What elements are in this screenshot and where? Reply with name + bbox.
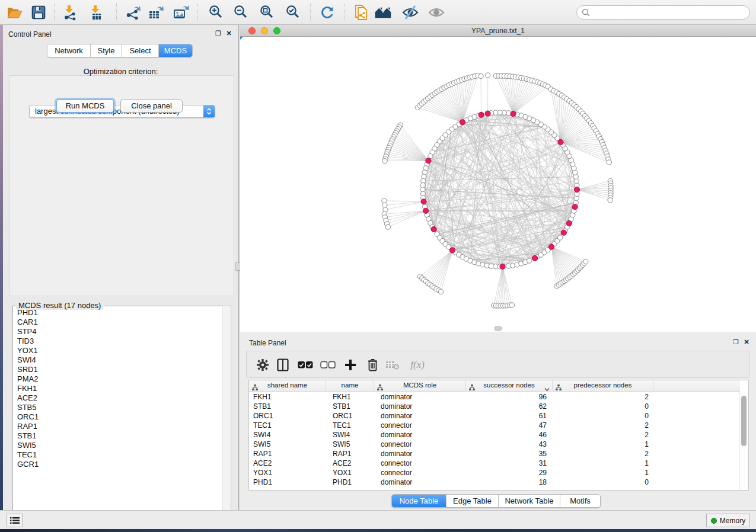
table-row[interactable]: STB1STB1dominator620 xyxy=(249,402,740,411)
show-selected-icon[interactable] xyxy=(428,4,445,21)
export-network-icon[interactable] xyxy=(125,4,142,21)
table-row[interactable]: SWI4SWI4dominator462 xyxy=(249,430,740,440)
network-node[interactable] xyxy=(509,303,514,307)
zoom-in-icon[interactable] xyxy=(207,4,225,21)
tab-network-table[interactable]: Network Table xyxy=(499,495,560,507)
mcds-result-item[interactable]: SRD1 xyxy=(14,365,222,374)
zoom-selected-icon[interactable] xyxy=(284,4,302,21)
open-session-icon[interactable] xyxy=(353,4,371,21)
mcds-result-item[interactable]: SWI4 xyxy=(14,355,222,365)
save-session-icon[interactable] xyxy=(30,4,47,21)
network-node[interactable] xyxy=(608,198,613,203)
mcds-result-item[interactable]: TID3 xyxy=(14,336,222,346)
mcds-result-item[interactable]: STP4 xyxy=(14,327,222,336)
network-node[interactable] xyxy=(385,225,390,229)
mcds-result-item[interactable]: ORC1 xyxy=(14,412,222,422)
show-columns-icon[interactable] xyxy=(274,357,292,373)
delete-column-icon[interactable] xyxy=(363,357,381,373)
mcds-result-item[interactable]: CAR1 xyxy=(14,318,222,327)
mcds-result-item[interactable]: SWI5 xyxy=(14,441,222,450)
unselect-all-icon[interactable] xyxy=(319,357,337,373)
close-panel-icon[interactable]: ✕ xyxy=(742,338,751,346)
network-hub-node[interactable] xyxy=(574,187,579,192)
mcds-list-scrollbar[interactable] xyxy=(222,307,230,520)
table-row[interactable]: PHD1PHD1dominator180 xyxy=(249,477,740,487)
task-history-button[interactable] xyxy=(7,514,23,527)
hide-selected-icon[interactable] xyxy=(401,4,419,21)
table-scrollbar[interactable] xyxy=(739,392,748,489)
network-hub-node[interactable] xyxy=(532,255,537,261)
tab-mcds[interactable]: MCDS xyxy=(159,44,192,57)
table-row[interactable]: FKH1FKH1dominator962 xyxy=(249,392,740,402)
export-table-icon[interactable] xyxy=(147,4,165,21)
network-hub-node[interactable] xyxy=(479,112,484,117)
tab-style[interactable]: Style xyxy=(91,44,122,57)
network-hub-node[interactable] xyxy=(548,244,554,249)
network-hub-node[interactable] xyxy=(423,208,428,213)
select-all-icon[interactable] xyxy=(296,357,314,373)
tab-network[interactable]: Network xyxy=(47,44,91,57)
float-panel-icon[interactable]: ❐ xyxy=(214,29,222,37)
network-node[interactable] xyxy=(382,203,387,207)
network-node[interactable] xyxy=(438,289,443,294)
network-node[interactable] xyxy=(527,258,532,263)
network-hub-node[interactable] xyxy=(558,139,563,145)
network-hub-node[interactable] xyxy=(460,120,465,125)
table-row[interactable]: ORC1ORC1dominator610 xyxy=(249,411,740,421)
table-row[interactable]: SWI5SWI5connector431 xyxy=(249,440,740,449)
network-hub-node[interactable] xyxy=(431,226,436,232)
mcds-result-item[interactable]: YOX1 xyxy=(14,346,222,355)
mcds-result-list[interactable]: PHD1CAR1STP4TID3YOX1SWI4SRD1PMA2FKH1ACE2… xyxy=(14,308,222,520)
mcds-result-item[interactable]: PHD1 xyxy=(14,308,222,318)
export-image-icon[interactable] xyxy=(172,4,190,21)
network-node[interactable] xyxy=(486,73,490,78)
column-header-MCDS-role[interactable]: MCDS role xyxy=(374,380,466,392)
mcds-result-item[interactable]: RAP1 xyxy=(14,422,222,431)
mcds-result-item[interactable]: GCR1 xyxy=(14,460,222,469)
network-node[interactable] xyxy=(382,158,387,163)
network-window-titlebar[interactable]: YPA_prune.txt_1 xyxy=(240,25,756,37)
network-node[interactable] xyxy=(479,73,483,78)
network-view-canvas[interactable] xyxy=(240,37,756,332)
mcds-result-item[interactable]: STB1 xyxy=(14,431,222,441)
zoom-out-icon[interactable] xyxy=(232,4,250,21)
network-hub-node[interactable] xyxy=(485,111,490,116)
column-header-predecessor-nodes[interactable]: predecessor nodes xyxy=(553,380,653,392)
table-row[interactable]: ACE2ACE2connector311 xyxy=(249,459,740,468)
network-hub-node[interactable] xyxy=(449,248,455,253)
refresh-icon[interactable] xyxy=(318,4,336,21)
column-header-shared-name[interactable]: shared name xyxy=(249,380,326,392)
column-header-successor-nodes[interactable]: successor nodes xyxy=(466,380,553,392)
column-header-name[interactable]: name xyxy=(326,380,374,392)
table-row[interactable]: RAP1RAP1dominator352 xyxy=(249,449,740,459)
table-row[interactable]: TEC1TEC1connector472 xyxy=(249,421,740,430)
network-hub-node[interactable] xyxy=(572,204,578,210)
search-field[interactable] xyxy=(576,5,750,20)
search-input[interactable] xyxy=(593,8,749,17)
home-icon[interactable] xyxy=(374,4,392,21)
float-panel-icon[interactable]: ❐ xyxy=(732,338,740,346)
close-panel-icon[interactable]: ✕ xyxy=(225,29,233,37)
mcds-result-item[interactable]: ACE2 xyxy=(14,393,222,403)
network-hub-node[interactable] xyxy=(566,220,572,226)
scrollbar-thumb[interactable] xyxy=(741,396,747,446)
mcds-result-item[interactable]: STB5 xyxy=(14,403,222,412)
import-network-icon[interactable] xyxy=(62,4,79,21)
network-node[interactable] xyxy=(382,198,387,203)
tab-edge-table[interactable]: Edge Table xyxy=(446,495,499,507)
open-folder-icon[interactable] xyxy=(6,4,24,21)
run-mcds-button[interactable]: Run MCDS xyxy=(56,100,114,113)
mcds-result-item[interactable]: FKH1 xyxy=(14,384,222,393)
tab-select[interactable]: Select xyxy=(122,44,159,57)
network-node[interactable] xyxy=(583,259,588,264)
network-hub-node[interactable] xyxy=(500,264,505,269)
tab-motifs[interactable]: Motifs xyxy=(560,495,600,507)
network-hub-node[interactable] xyxy=(426,158,431,164)
panel-splitter-horizontal[interactable] xyxy=(240,332,756,336)
tab-node-table[interactable]: Node Table xyxy=(392,495,446,507)
network-node[interactable] xyxy=(607,160,611,165)
network-hub-node[interactable] xyxy=(421,199,426,204)
mcds-result-item[interactable]: TEC1 xyxy=(14,450,222,460)
zoom-fit-icon[interactable] xyxy=(258,4,276,21)
close-panel-button[interactable]: Close panel xyxy=(120,100,183,113)
